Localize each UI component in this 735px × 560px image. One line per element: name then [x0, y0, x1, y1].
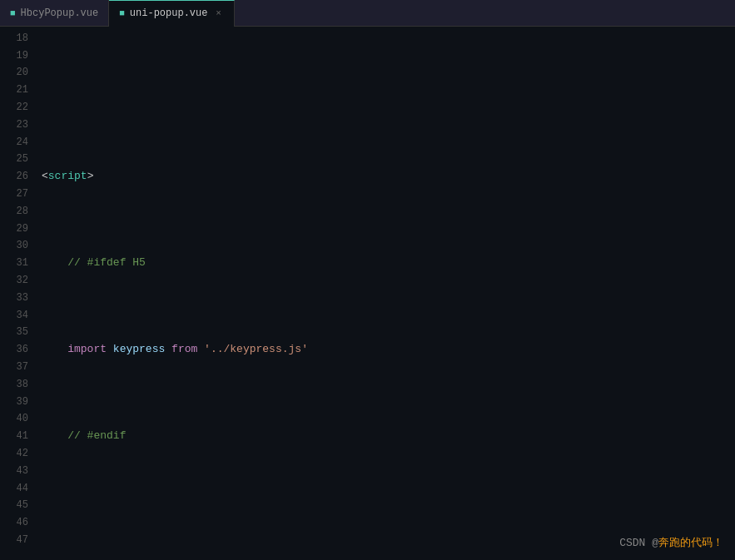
line-num-21: 21	[0, 82, 28, 99]
tab-bar: ■ HbcyPopup.vue ■ uni-popup.vue ×	[0, 0, 735, 27]
line-num-36: 36	[0, 341, 28, 359]
line-num-34: 34	[0, 307, 28, 325]
line-22: // #endif	[42, 428, 735, 445]
line-num-45: 45	[0, 498, 28, 515]
line-num-44: 44	[0, 480, 28, 498]
tab-label-2: uni-popup.vue	[130, 7, 208, 19]
tab-label-1: HbcyPopup.vue	[21, 7, 99, 19]
line-20: // #ifdef H5	[42, 255, 735, 272]
line-num-38: 38	[0, 376, 28, 394]
line-num-19: 19	[0, 47, 28, 65]
line-num-41: 41	[0, 428, 28, 445]
line-num-30: 30	[0, 238, 28, 255]
line-num-37: 37	[0, 359, 28, 376]
line-num-47: 47	[0, 532, 28, 549]
line-num-18: 18	[0, 30, 28, 47]
line-num-29: 29	[0, 221, 28, 238]
watermark-highlight: 奔跑的代码！	[658, 537, 723, 549]
line-num-35: 35	[0, 325, 28, 342]
line-num-23: 23	[0, 116, 28, 134]
watermark: CSDN @奔跑的代码！	[619, 535, 723, 550]
line-num-24: 24	[0, 134, 28, 151]
vue-icon-1: ■	[10, 8, 16, 18]
code-area: 18 19 20 21 22 23 24 25 26 27 28 29 30 3…	[0, 27, 735, 560]
line-num-27: 27	[0, 186, 28, 203]
editor-container: ■ HbcyPopup.vue ■ uni-popup.vue × 18 19 …	[0, 0, 735, 560]
watermark-prefix: CSDN @	[619, 537, 658, 549]
tab-hbcy-popup[interactable]: ■ HbcyPopup.vue	[0, 0, 109, 27]
line-19: <script>	[42, 168, 735, 186]
tab-uni-popup[interactable]: ■ uni-popup.vue ×	[109, 0, 235, 27]
line-num-43: 43	[0, 463, 28, 480]
line-num-32: 32	[0, 272, 28, 290]
vue-icon-2: ■	[119, 8, 125, 18]
line-num-42: 42	[0, 445, 28, 463]
line-num-40: 40	[0, 411, 28, 429]
line-num-28: 28	[0, 203, 28, 221]
line-num-39: 39	[0, 394, 28, 411]
code-content[interactable]: <script> // #ifdef H5 import keypress fr…	[35, 27, 735, 560]
line-num-20: 20	[0, 65, 28, 82]
line-num-46: 46	[0, 514, 28, 532]
line-18	[42, 82, 735, 99]
line-21: import keypress from '../keypress.js'	[42, 341, 735, 359]
tab-close-button[interactable]: ×	[212, 7, 224, 19]
line-num-31: 31	[0, 255, 28, 272]
line-num-33: 33	[0, 290, 28, 307]
line-num-25: 25	[0, 151, 28, 169]
line-num-26: 26	[0, 168, 28, 186]
line-numbers: 18 19 20 21 22 23 24 25 26 27 28 29 30 3…	[0, 27, 35, 560]
line-23	[42, 514, 735, 532]
line-num-22: 22	[0, 99, 28, 116]
